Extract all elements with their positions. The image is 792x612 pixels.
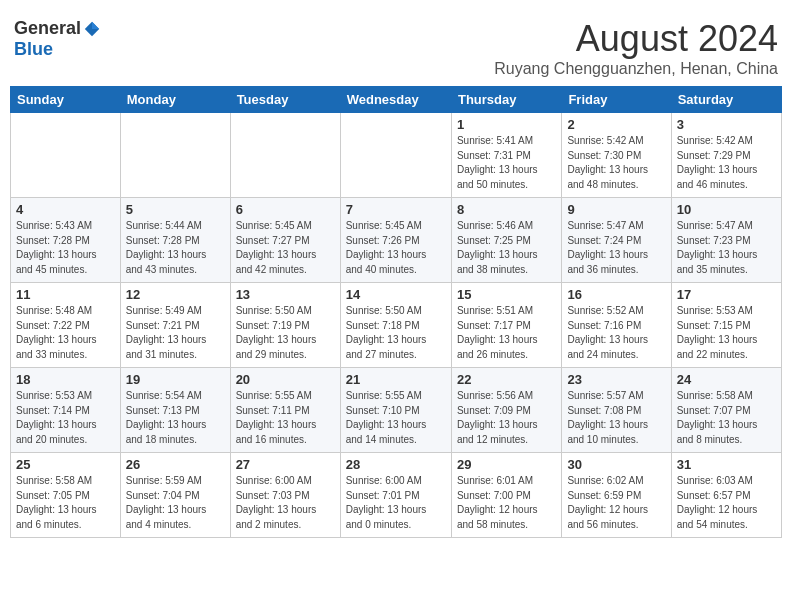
day-number: 28 — [346, 457, 446, 472]
day-info: Sunrise: 5:57 AM Sunset: 7:08 PM Dayligh… — [567, 389, 665, 447]
calendar-cell: 25Sunrise: 5:58 AM Sunset: 7:05 PM Dayli… — [11, 453, 121, 538]
day-number: 5 — [126, 202, 225, 217]
day-number: 25 — [16, 457, 115, 472]
calendar-cell: 21Sunrise: 5:55 AM Sunset: 7:10 PM Dayli… — [340, 368, 451, 453]
calendar-cell: 5Sunrise: 5:44 AM Sunset: 7:28 PM Daylig… — [120, 198, 230, 283]
day-info: Sunrise: 5:47 AM Sunset: 7:23 PM Dayligh… — [677, 219, 776, 277]
day-info: Sunrise: 5:43 AM Sunset: 7:28 PM Dayligh… — [16, 219, 115, 277]
calendar-cell: 8Sunrise: 5:46 AM Sunset: 7:25 PM Daylig… — [451, 198, 561, 283]
day-number: 7 — [346, 202, 446, 217]
day-number: 4 — [16, 202, 115, 217]
calendar-cell: 27Sunrise: 6:00 AM Sunset: 7:03 PM Dayli… — [230, 453, 340, 538]
logo-icon — [83, 20, 101, 38]
page-header: General Blue August 2024 Ruyang Chenggua… — [10, 10, 782, 82]
day-number: 27 — [236, 457, 335, 472]
title-area: August 2024 Ruyang Chengguanzhen, Henan,… — [494, 18, 778, 78]
calendar-table: SundayMondayTuesdayWednesdayThursdayFrid… — [10, 86, 782, 538]
calendar-header-row: SundayMondayTuesdayWednesdayThursdayFrid… — [11, 87, 782, 113]
calendar-cell: 6Sunrise: 5:45 AM Sunset: 7:27 PM Daylig… — [230, 198, 340, 283]
day-number: 12 — [126, 287, 225, 302]
calendar-header-sunday: Sunday — [11, 87, 121, 113]
day-number: 2 — [567, 117, 665, 132]
calendar-cell: 3Sunrise: 5:42 AM Sunset: 7:29 PM Daylig… — [671, 113, 781, 198]
calendar-cell — [340, 113, 451, 198]
calendar-cell: 15Sunrise: 5:51 AM Sunset: 7:17 PM Dayli… — [451, 283, 561, 368]
day-info: Sunrise: 5:51 AM Sunset: 7:17 PM Dayligh… — [457, 304, 556, 362]
day-number: 31 — [677, 457, 776, 472]
calendar-header-wednesday: Wednesday — [340, 87, 451, 113]
calendar-cell: 18Sunrise: 5:53 AM Sunset: 7:14 PM Dayli… — [11, 368, 121, 453]
day-number: 29 — [457, 457, 556, 472]
calendar-cell: 4Sunrise: 5:43 AM Sunset: 7:28 PM Daylig… — [11, 198, 121, 283]
calendar-cell: 12Sunrise: 5:49 AM Sunset: 7:21 PM Dayli… — [120, 283, 230, 368]
day-number: 14 — [346, 287, 446, 302]
calendar-header-friday: Friday — [562, 87, 671, 113]
day-info: Sunrise: 5:50 AM Sunset: 7:19 PM Dayligh… — [236, 304, 335, 362]
day-number: 11 — [16, 287, 115, 302]
day-number: 26 — [126, 457, 225, 472]
day-number: 10 — [677, 202, 776, 217]
day-number: 16 — [567, 287, 665, 302]
calendar-cell: 1Sunrise: 5:41 AM Sunset: 7:31 PM Daylig… — [451, 113, 561, 198]
day-number: 20 — [236, 372, 335, 387]
calendar-cell: 14Sunrise: 5:50 AM Sunset: 7:18 PM Dayli… — [340, 283, 451, 368]
day-info: Sunrise: 5:56 AM Sunset: 7:09 PM Dayligh… — [457, 389, 556, 447]
day-info: Sunrise: 5:50 AM Sunset: 7:18 PM Dayligh… — [346, 304, 446, 362]
day-info: Sunrise: 6:00 AM Sunset: 7:01 PM Dayligh… — [346, 474, 446, 532]
calendar-cell: 11Sunrise: 5:48 AM Sunset: 7:22 PM Dayli… — [11, 283, 121, 368]
calendar-cell: 28Sunrise: 6:00 AM Sunset: 7:01 PM Dayli… — [340, 453, 451, 538]
calendar-week-row: 11Sunrise: 5:48 AM Sunset: 7:22 PM Dayli… — [11, 283, 782, 368]
calendar-cell: 10Sunrise: 5:47 AM Sunset: 7:23 PM Dayli… — [671, 198, 781, 283]
day-number: 1 — [457, 117, 556, 132]
day-number: 22 — [457, 372, 556, 387]
day-number: 15 — [457, 287, 556, 302]
day-info: Sunrise: 5:44 AM Sunset: 7:28 PM Dayligh… — [126, 219, 225, 277]
day-number: 30 — [567, 457, 665, 472]
calendar-cell: 17Sunrise: 5:53 AM Sunset: 7:15 PM Dayli… — [671, 283, 781, 368]
day-number: 6 — [236, 202, 335, 217]
calendar-cell: 2Sunrise: 5:42 AM Sunset: 7:30 PM Daylig… — [562, 113, 671, 198]
calendar-header-thursday: Thursday — [451, 87, 561, 113]
day-info: Sunrise: 5:45 AM Sunset: 7:26 PM Dayligh… — [346, 219, 446, 277]
day-info: Sunrise: 5:46 AM Sunset: 7:25 PM Dayligh… — [457, 219, 556, 277]
day-info: Sunrise: 6:01 AM Sunset: 7:00 PM Dayligh… — [457, 474, 556, 532]
day-info: Sunrise: 5:59 AM Sunset: 7:04 PM Dayligh… — [126, 474, 225, 532]
day-info: Sunrise: 6:00 AM Sunset: 7:03 PM Dayligh… — [236, 474, 335, 532]
day-info: Sunrise: 5:53 AM Sunset: 7:15 PM Dayligh… — [677, 304, 776, 362]
calendar-cell: 9Sunrise: 5:47 AM Sunset: 7:24 PM Daylig… — [562, 198, 671, 283]
logo-general-text: General — [14, 18, 81, 39]
day-info: Sunrise: 5:53 AM Sunset: 7:14 PM Dayligh… — [16, 389, 115, 447]
day-info: Sunrise: 5:58 AM Sunset: 7:05 PM Dayligh… — [16, 474, 115, 532]
day-number: 18 — [16, 372, 115, 387]
day-number: 13 — [236, 287, 335, 302]
month-title: August 2024 — [494, 18, 778, 60]
day-info: Sunrise: 5:47 AM Sunset: 7:24 PM Dayligh… — [567, 219, 665, 277]
day-number: 19 — [126, 372, 225, 387]
day-info: Sunrise: 5:52 AM Sunset: 7:16 PM Dayligh… — [567, 304, 665, 362]
calendar-cell: 31Sunrise: 6:03 AM Sunset: 6:57 PM Dayli… — [671, 453, 781, 538]
calendar-header-monday: Monday — [120, 87, 230, 113]
location-title: Ruyang Chengguanzhen, Henan, China — [494, 60, 778, 78]
calendar-week-row: 18Sunrise: 5:53 AM Sunset: 7:14 PM Dayli… — [11, 368, 782, 453]
day-info: Sunrise: 5:55 AM Sunset: 7:11 PM Dayligh… — [236, 389, 335, 447]
day-info: Sunrise: 6:03 AM Sunset: 6:57 PM Dayligh… — [677, 474, 776, 532]
calendar-cell: 20Sunrise: 5:55 AM Sunset: 7:11 PM Dayli… — [230, 368, 340, 453]
day-info: Sunrise: 5:45 AM Sunset: 7:27 PM Dayligh… — [236, 219, 335, 277]
calendar-cell — [120, 113, 230, 198]
day-info: Sunrise: 6:02 AM Sunset: 6:59 PM Dayligh… — [567, 474, 665, 532]
day-info: Sunrise: 5:41 AM Sunset: 7:31 PM Dayligh… — [457, 134, 556, 192]
calendar-cell: 22Sunrise: 5:56 AM Sunset: 7:09 PM Dayli… — [451, 368, 561, 453]
day-number: 21 — [346, 372, 446, 387]
day-info: Sunrise: 5:54 AM Sunset: 7:13 PM Dayligh… — [126, 389, 225, 447]
calendar-cell: 30Sunrise: 6:02 AM Sunset: 6:59 PM Dayli… — [562, 453, 671, 538]
day-number: 8 — [457, 202, 556, 217]
logo: General Blue — [14, 18, 101, 60]
calendar-cell: 23Sunrise: 5:57 AM Sunset: 7:08 PM Dayli… — [562, 368, 671, 453]
day-info: Sunrise: 5:55 AM Sunset: 7:10 PM Dayligh… — [346, 389, 446, 447]
day-info: Sunrise: 5:49 AM Sunset: 7:21 PM Dayligh… — [126, 304, 225, 362]
day-number: 9 — [567, 202, 665, 217]
day-number: 23 — [567, 372, 665, 387]
svg-marker-1 — [92, 21, 99, 28]
calendar-week-row: 1Sunrise: 5:41 AM Sunset: 7:31 PM Daylig… — [11, 113, 782, 198]
calendar-cell: 7Sunrise: 5:45 AM Sunset: 7:26 PM Daylig… — [340, 198, 451, 283]
